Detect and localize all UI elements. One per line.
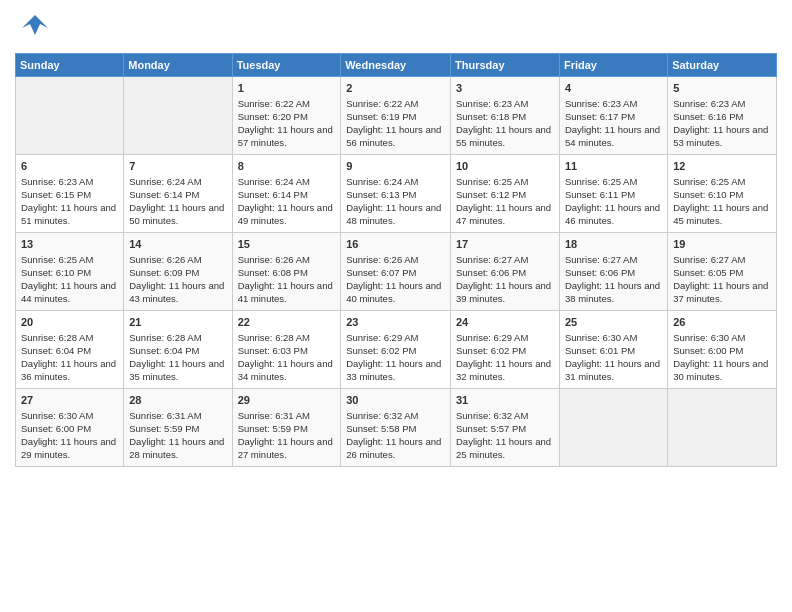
calendar-cell: 7Sunrise: 6:24 AMSunset: 6:14 PMDaylight… bbox=[124, 155, 232, 233]
cell-content: Sunrise: 6:22 AMSunset: 6:20 PMDaylight:… bbox=[238, 98, 336, 149]
day-number: 24 bbox=[456, 315, 554, 330]
calendar-cell: 22Sunrise: 6:28 AMSunset: 6:03 PMDayligh… bbox=[232, 311, 341, 389]
day-header-sunday: Sunday bbox=[16, 54, 124, 77]
calendar-cell: 13Sunrise: 6:25 AMSunset: 6:10 PMDayligh… bbox=[16, 233, 124, 311]
day-number: 12 bbox=[673, 159, 771, 174]
day-number: 31 bbox=[456, 393, 554, 408]
cell-content: Sunrise: 6:31 AMSunset: 5:59 PMDaylight:… bbox=[238, 410, 336, 461]
logo-bird-icon bbox=[20, 10, 50, 45]
calendar-cell: 9Sunrise: 6:24 AMSunset: 6:13 PMDaylight… bbox=[341, 155, 451, 233]
day-number: 4 bbox=[565, 81, 662, 96]
calendar-cell: 29Sunrise: 6:31 AMSunset: 5:59 PMDayligh… bbox=[232, 389, 341, 467]
day-header-thursday: Thursday bbox=[451, 54, 560, 77]
day-number: 14 bbox=[129, 237, 226, 252]
cell-content: Sunrise: 6:27 AMSunset: 6:05 PMDaylight:… bbox=[673, 254, 771, 305]
day-number: 5 bbox=[673, 81, 771, 96]
cell-content: Sunrise: 6:23 AMSunset: 6:18 PMDaylight:… bbox=[456, 98, 554, 149]
calendar-cell: 14Sunrise: 6:26 AMSunset: 6:09 PMDayligh… bbox=[124, 233, 232, 311]
cell-content: Sunrise: 6:32 AMSunset: 5:57 PMDaylight:… bbox=[456, 410, 554, 461]
cell-content: Sunrise: 6:25 AMSunset: 6:11 PMDaylight:… bbox=[565, 176, 662, 227]
day-number: 7 bbox=[129, 159, 226, 174]
calendar-cell: 10Sunrise: 6:25 AMSunset: 6:12 PMDayligh… bbox=[451, 155, 560, 233]
calendar-cell: 23Sunrise: 6:29 AMSunset: 6:02 PMDayligh… bbox=[341, 311, 451, 389]
cell-content: Sunrise: 6:24 AMSunset: 6:14 PMDaylight:… bbox=[238, 176, 336, 227]
calendar-header-row: SundayMondayTuesdayWednesdayThursdayFrid… bbox=[16, 54, 777, 77]
calendar-cell: 12Sunrise: 6:25 AMSunset: 6:10 PMDayligh… bbox=[668, 155, 777, 233]
day-number: 27 bbox=[21, 393, 118, 408]
cell-content: Sunrise: 6:26 AMSunset: 6:08 PMDaylight:… bbox=[238, 254, 336, 305]
calendar-cell: 26Sunrise: 6:30 AMSunset: 6:00 PMDayligh… bbox=[668, 311, 777, 389]
day-number: 28 bbox=[129, 393, 226, 408]
header bbox=[15, 10, 777, 45]
page-container: SundayMondayTuesdayWednesdayThursdayFrid… bbox=[0, 0, 792, 477]
calendar-cell bbox=[124, 77, 232, 155]
calendar-week-5: 27Sunrise: 6:30 AMSunset: 6:00 PMDayligh… bbox=[16, 389, 777, 467]
calendar-cell: 6Sunrise: 6:23 AMSunset: 6:15 PMDaylight… bbox=[16, 155, 124, 233]
calendar-cell: 24Sunrise: 6:29 AMSunset: 6:02 PMDayligh… bbox=[451, 311, 560, 389]
calendar-cell: 31Sunrise: 6:32 AMSunset: 5:57 PMDayligh… bbox=[451, 389, 560, 467]
calendar-week-4: 20Sunrise: 6:28 AMSunset: 6:04 PMDayligh… bbox=[16, 311, 777, 389]
logo bbox=[15, 10, 50, 45]
day-number: 2 bbox=[346, 81, 445, 96]
calendar-cell: 19Sunrise: 6:27 AMSunset: 6:05 PMDayligh… bbox=[668, 233, 777, 311]
day-number: 11 bbox=[565, 159, 662, 174]
cell-content: Sunrise: 6:29 AMSunset: 6:02 PMDaylight:… bbox=[346, 332, 445, 383]
calendar-cell: 17Sunrise: 6:27 AMSunset: 6:06 PMDayligh… bbox=[451, 233, 560, 311]
cell-content: Sunrise: 6:23 AMSunset: 6:17 PMDaylight:… bbox=[565, 98, 662, 149]
day-number: 29 bbox=[238, 393, 336, 408]
calendar-cell: 3Sunrise: 6:23 AMSunset: 6:18 PMDaylight… bbox=[451, 77, 560, 155]
day-number: 17 bbox=[456, 237, 554, 252]
day-header-saturday: Saturday bbox=[668, 54, 777, 77]
cell-content: Sunrise: 6:28 AMSunset: 6:04 PMDaylight:… bbox=[21, 332, 118, 383]
day-number: 9 bbox=[346, 159, 445, 174]
day-number: 13 bbox=[21, 237, 118, 252]
day-number: 21 bbox=[129, 315, 226, 330]
day-number: 18 bbox=[565, 237, 662, 252]
cell-content: Sunrise: 6:26 AMSunset: 6:09 PMDaylight:… bbox=[129, 254, 226, 305]
day-number: 20 bbox=[21, 315, 118, 330]
calendar-cell: 4Sunrise: 6:23 AMSunset: 6:17 PMDaylight… bbox=[559, 77, 667, 155]
calendar-cell: 5Sunrise: 6:23 AMSunset: 6:16 PMDaylight… bbox=[668, 77, 777, 155]
calendar-cell: 25Sunrise: 6:30 AMSunset: 6:01 PMDayligh… bbox=[559, 311, 667, 389]
calendar-cell: 21Sunrise: 6:28 AMSunset: 6:04 PMDayligh… bbox=[124, 311, 232, 389]
cell-content: Sunrise: 6:23 AMSunset: 6:16 PMDaylight:… bbox=[673, 98, 771, 149]
cell-content: Sunrise: 6:31 AMSunset: 5:59 PMDaylight:… bbox=[129, 410, 226, 461]
day-number: 8 bbox=[238, 159, 336, 174]
day-number: 10 bbox=[456, 159, 554, 174]
day-number: 16 bbox=[346, 237, 445, 252]
day-number: 23 bbox=[346, 315, 445, 330]
calendar-cell: 8Sunrise: 6:24 AMSunset: 6:14 PMDaylight… bbox=[232, 155, 341, 233]
calendar-cell bbox=[16, 77, 124, 155]
cell-content: Sunrise: 6:25 AMSunset: 6:10 PMDaylight:… bbox=[673, 176, 771, 227]
calendar-cell: 28Sunrise: 6:31 AMSunset: 5:59 PMDayligh… bbox=[124, 389, 232, 467]
cell-content: Sunrise: 6:30 AMSunset: 6:01 PMDaylight:… bbox=[565, 332, 662, 383]
day-number: 3 bbox=[456, 81, 554, 96]
day-number: 15 bbox=[238, 237, 336, 252]
day-number: 22 bbox=[238, 315, 336, 330]
day-number: 19 bbox=[673, 237, 771, 252]
cell-content: Sunrise: 6:30 AMSunset: 6:00 PMDaylight:… bbox=[21, 410, 118, 461]
cell-content: Sunrise: 6:24 AMSunset: 6:13 PMDaylight:… bbox=[346, 176, 445, 227]
cell-content: Sunrise: 6:30 AMSunset: 6:00 PMDaylight:… bbox=[673, 332, 771, 383]
calendar-week-1: 1Sunrise: 6:22 AMSunset: 6:20 PMDaylight… bbox=[16, 77, 777, 155]
cell-content: Sunrise: 6:22 AMSunset: 6:19 PMDaylight:… bbox=[346, 98, 445, 149]
cell-content: Sunrise: 6:28 AMSunset: 6:04 PMDaylight:… bbox=[129, 332, 226, 383]
calendar-cell bbox=[668, 389, 777, 467]
calendar-week-3: 13Sunrise: 6:25 AMSunset: 6:10 PMDayligh… bbox=[16, 233, 777, 311]
calendar-cell: 15Sunrise: 6:26 AMSunset: 6:08 PMDayligh… bbox=[232, 233, 341, 311]
cell-content: Sunrise: 6:32 AMSunset: 5:58 PMDaylight:… bbox=[346, 410, 445, 461]
cell-content: Sunrise: 6:23 AMSunset: 6:15 PMDaylight:… bbox=[21, 176, 118, 227]
day-number: 1 bbox=[238, 81, 336, 96]
cell-content: Sunrise: 6:24 AMSunset: 6:14 PMDaylight:… bbox=[129, 176, 226, 227]
cell-content: Sunrise: 6:27 AMSunset: 6:06 PMDaylight:… bbox=[456, 254, 554, 305]
day-header-tuesday: Tuesday bbox=[232, 54, 341, 77]
day-header-friday: Friday bbox=[559, 54, 667, 77]
day-header-wednesday: Wednesday bbox=[341, 54, 451, 77]
day-number: 26 bbox=[673, 315, 771, 330]
day-header-monday: Monday bbox=[124, 54, 232, 77]
calendar-cell: 27Sunrise: 6:30 AMSunset: 6:00 PMDayligh… bbox=[16, 389, 124, 467]
calendar-week-2: 6Sunrise: 6:23 AMSunset: 6:15 PMDaylight… bbox=[16, 155, 777, 233]
cell-content: Sunrise: 6:29 AMSunset: 6:02 PMDaylight:… bbox=[456, 332, 554, 383]
calendar-cell: 1Sunrise: 6:22 AMSunset: 6:20 PMDaylight… bbox=[232, 77, 341, 155]
cell-content: Sunrise: 6:26 AMSunset: 6:07 PMDaylight:… bbox=[346, 254, 445, 305]
